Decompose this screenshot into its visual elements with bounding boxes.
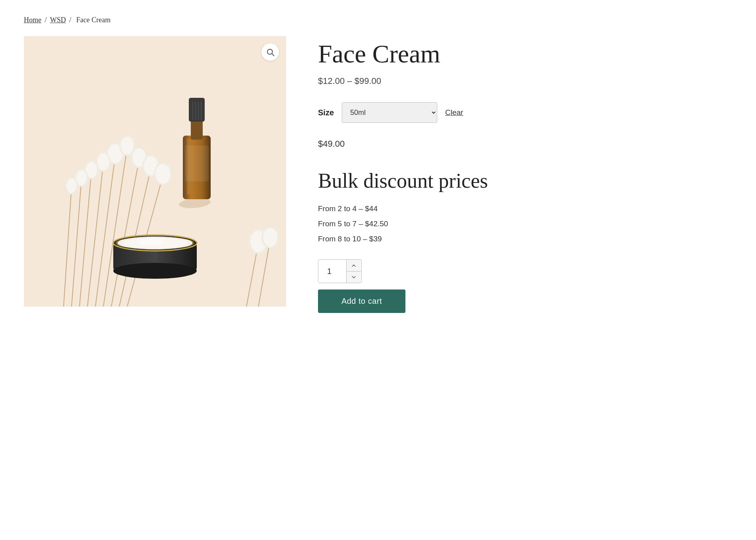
product-image — [24, 36, 286, 307]
quantity-spinners — [346, 260, 361, 283]
clear-link[interactable]: Clear — [445, 108, 463, 117]
breadcrumb-sep1: / — [45, 16, 47, 24]
price-range: $12.00 – $99.00 — [318, 76, 732, 86]
size-selector: Size 30ml 50ml 100ml 200ml Clear — [318, 102, 732, 123]
breadcrumb-sep2: / — [69, 16, 71, 24]
svg-point-29 — [155, 164, 171, 184]
breadcrumb-home[interactable]: Home — [24, 16, 41, 24]
svg-point-50 — [113, 263, 197, 279]
quantity-add-row: Add to cart — [318, 259, 732, 313]
product-title: Face Cream — [318, 40, 732, 68]
svg-rect-39 — [191, 120, 203, 140]
zoom-icon[interactable] — [262, 43, 279, 61]
breadcrumb: Home / WSD / Face Cream — [24, 16, 732, 24]
size-label: Size — [318, 108, 334, 117]
svg-point-35 — [263, 228, 277, 247]
product-layout: Face Cream $12.00 – $99.00 Size 30ml 50m… — [24, 36, 732, 313]
svg-rect-40 — [189, 98, 205, 122]
svg-point-31 — [67, 179, 76, 193]
discount-tier-1: From 2 to 4 – $44 — [318, 204, 732, 213]
product-image-container — [24, 36, 286, 307]
svg-rect-46 — [187, 139, 190, 194]
breadcrumb-current: Face Cream — [76, 16, 110, 24]
bulk-discount-title: Bulk discount prices — [318, 169, 732, 192]
quantity-decrement-button[interactable] — [347, 272, 361, 283]
svg-point-19 — [97, 153, 109, 170]
discount-tier-3: From 8 to 10 – $39 — [318, 235, 732, 243]
discount-list: From 2 to 4 – $44 From 5 to 7 – $42.50 F… — [318, 204, 732, 243]
svg-point-17 — [121, 137, 134, 154]
svg-point-55 — [139, 239, 163, 245]
page-wrapper: Home / WSD / Face Cream — [0, 0, 756, 329]
discount-tier-2: From 5 to 7 – $42.50 — [318, 219, 732, 228]
quantity-input[interactable] — [318, 260, 346, 283]
svg-point-27 — [76, 170, 87, 185]
add-to-cart-button[interactable]: Add to cart — [318, 289, 405, 313]
product-details: Face Cream $12.00 – $99.00 Size 30ml 50m… — [318, 36, 732, 313]
size-select[interactable]: 30ml 50ml 100ml 200ml — [342, 102, 437, 123]
breadcrumb-wsd[interactable]: WSD — [50, 16, 66, 24]
quantity-input-wrapper — [318, 259, 362, 283]
selected-price: $49.00 — [318, 139, 732, 149]
svg-line-1 — [272, 54, 274, 56]
quantity-increment-button[interactable] — [347, 260, 361, 272]
